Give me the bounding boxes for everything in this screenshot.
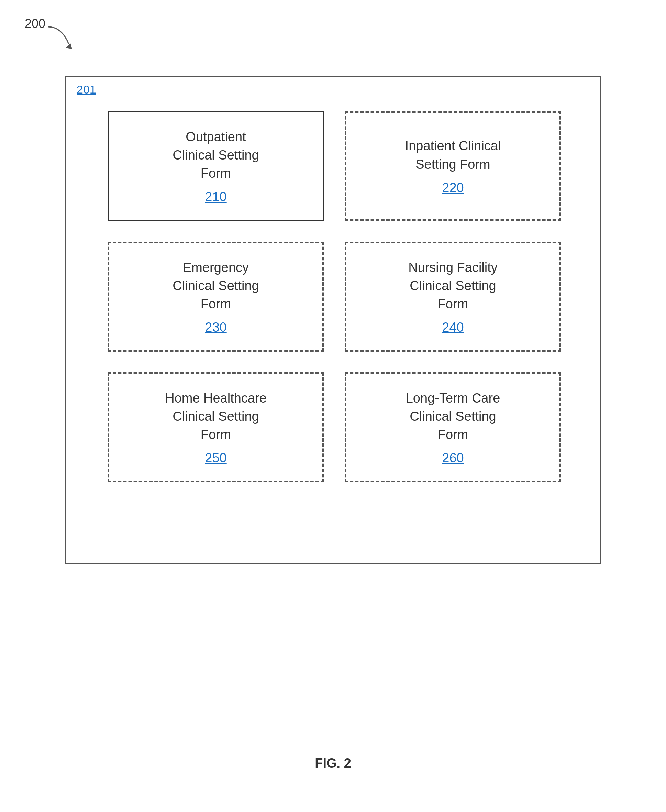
form-210-title: OutpatientClinical SettingForm [173,128,259,183]
form-240-number: 240 [442,320,463,335]
form-250-number: 250 [205,451,226,465]
form-box-250[interactable]: Home HealthcareClinical SettingForm 250 [107,372,324,482]
form-220-number: 220 [442,180,463,195]
form-220-title: Inpatient ClinicalSetting Form [405,137,501,173]
form-230-number: 230 [205,320,226,335]
arrow-200-icon [45,23,76,51]
form-box-240[interactable]: Nursing FacilityClinical SettingForm 240 [345,242,561,352]
form-box-220[interactable]: Inpatient ClinicalSetting Form 220 [345,111,561,221]
fig-label: FIG. 2 [315,756,351,771]
form-box-230[interactable]: EmergencyClinical SettingForm 230 [107,242,324,352]
form-box-210[interactable]: OutpatientClinical SettingForm 210 [107,111,324,221]
forms-grid: OutpatientClinical SettingForm 210 Inpat… [107,111,561,482]
form-240-title: Nursing FacilityClinical SettingForm [408,259,498,314]
form-210-number: 210 [205,190,226,204]
form-260-number: 260 [442,451,463,465]
form-box-260[interactable]: Long-Term CareClinical SettingForm 260 [345,372,561,482]
form-230-title: EmergencyClinical SettingForm [173,259,259,314]
form-260-title: Long-Term CareClinical SettingForm [406,389,500,444]
svg-marker-0 [65,43,72,49]
form-250-title: Home HealthcareClinical SettingForm [165,389,267,444]
diagram-label-200: 200 [25,17,45,31]
outer-box-201: 201 OutpatientClinical SettingForm 210 I… [65,76,602,564]
label-201: 201 [77,83,96,96]
